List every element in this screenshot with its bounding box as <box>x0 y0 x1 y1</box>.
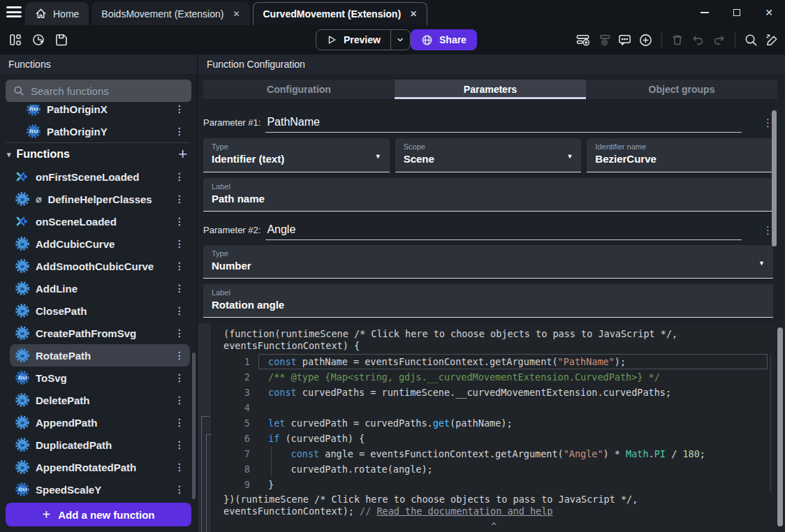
line-number: 1 <box>212 356 250 367</box>
search-functions-box[interactable] <box>6 80 191 102</box>
item-menu-icon[interactable]: ⋮ <box>172 439 187 450</box>
label-field[interactable]: Label Rotation angle <box>203 284 773 318</box>
item-menu-icon[interactable]: ⋮ <box>172 260 187 272</box>
code-line-3[interactable]: 3const curvedPaths = runtimeScene.__curv… <box>212 385 770 400</box>
tab-curvedmovement[interactable]: CurvedMovement (Extension) ✕ <box>253 2 428 25</box>
share-button[interactable]: Share <box>411 29 477 50</box>
sidebar-item-duplicatedpath[interactable]: »DuplicatedPath⋮ <box>10 434 190 456</box>
javascript-code-editor[interactable]: (function(runtimeScene /* Click here to … <box>212 323 775 532</box>
sidebar-item-createpathfromsvg[interactable]: »CreatePathFromSvg⋮ <box>10 322 190 344</box>
code-token: ; <box>700 448 705 459</box>
search-icon <box>13 85 24 96</box>
sidebar-item-deletepath[interactable]: »DeletePath⋮ <box>10 389 190 411</box>
sidebar-item-addsmoothcubiccurve[interactable]: »AddSmoothCubicCurve⋮ <box>10 255 190 277</box>
tab-object-groups[interactable]: Object groups <box>586 80 777 99</box>
toolbar-divider <box>661 32 662 47</box>
sidebar-scrollbar[interactable] <box>192 353 196 499</box>
tab-parameters[interactable]: Parameters <box>395 80 586 99</box>
code-line-8[interactable]: 8 curvedPath.rotate(angle); <box>212 461 770 477</box>
identifier-name-field[interactable]: Identifier name BezierCurve <box>587 138 773 172</box>
hamburger-menu-icon[interactable] <box>6 6 22 19</box>
undo-icon[interactable] <box>691 33 705 47</box>
type-select[interactable]: Type Number ▼ <box>203 245 773 279</box>
label-field[interactable]: Label Path name <box>203 178 773 212</box>
redo-icon[interactable] <box>712 33 726 47</box>
code-line-6[interactable]: 6if (curvedPath) { <box>212 431 770 446</box>
code-token: "PathName" <box>558 356 615 367</box>
code-line-9[interactable]: 9} <box>212 477 770 492</box>
sidebar-item-appendpath[interactable]: »AppendPath⋮ <box>10 411 190 434</box>
scope-select[interactable]: Scope Scene ▼ <box>395 138 582 172</box>
close-icon[interactable]: ✕ <box>233 9 240 19</box>
sidebar-item-appendrotatedpath[interactable]: »AppendRotatedPath⋮ <box>10 456 190 478</box>
tab-boidsmovement[interactable]: BoidsMovement (Extension) ✕ <box>91 2 249 25</box>
configuration-scrollbar[interactable] <box>772 110 777 246</box>
minimize-button[interactable] <box>689 0 721 25</box>
sidebar-item-tosvg[interactable]: f(x)ToSvg⋮ <box>10 367 190 389</box>
add-event-icon[interactable] <box>575 33 590 47</box>
item-menu-icon[interactable]: ⋮ <box>172 238 187 249</box>
comment-icon[interactable] <box>617 33 632 47</box>
item-menu-icon[interactable]: ⋮ <box>172 126 187 137</box>
search-icon[interactable] <box>744 33 758 47</box>
editor-scrollbar[interactable] <box>777 327 783 526</box>
sidebar-item-onfirstsceneloaded[interactable]: onFirstSceneLoaded⋮ <box>10 165 190 188</box>
close-window-button[interactable]: ✕ <box>753 0 785 25</box>
documentation-link[interactable]: Read the documentation and help <box>376 505 552 517</box>
item-menu-icon[interactable]: ⋮ <box>172 484 187 495</box>
item-menu-icon[interactable]: ⋮ <box>172 372 187 383</box>
item-menu-icon[interactable]: ⋮ <box>172 305 187 316</box>
field-value: Identifier (text) <box>212 153 381 165</box>
save-icon[interactable] <box>54 33 68 47</box>
functions-sidebar: Functions f(x)PathOriginX⋮f(x)PathOrigin… <box>0 54 198 532</box>
add-subevent-icon[interactable] <box>596 33 611 47</box>
tab-home[interactable]: Home <box>25 2 89 25</box>
sidebar-item-onsceneloaded[interactable]: onSceneLoaded⋮ <box>10 210 190 232</box>
field-value: BezierCurve <box>595 153 765 165</box>
item-menu-icon[interactable]: ⋮ <box>172 417 187 428</box>
collapse-caret-icon[interactable]: ▾ <box>7 150 11 159</box>
type-select[interactable]: Type Identifier (text) ▼ <box>203 138 390 172</box>
sidebar-item-pathoriginy[interactable]: f(x)PathOriginY⋮ <box>10 120 190 142</box>
history-icon[interactable] <box>31 33 45 47</box>
code-line-7[interactable]: 7 const angle = eventsFunctionContext.ge… <box>212 446 770 461</box>
preview-dropdown-button[interactable] <box>390 30 410 50</box>
preview-button[interactable]: Preview <box>316 29 411 50</box>
sidebar-item-speedscaley[interactable]: f(x)SpeedScaleY⋮ <box>10 478 190 500</box>
item-menu-icon[interactable]: ⋮ <box>172 171 187 182</box>
code-line-4[interactable]: 4 <box>212 400 770 415</box>
add-function-plus-icon[interactable]: + <box>178 147 187 162</box>
item-menu-icon[interactable]: ⋮ <box>172 394 187 406</box>
item-menu-icon[interactable]: ⋮ <box>172 105 187 114</box>
close-icon[interactable]: ✕ <box>410 9 417 19</box>
item-menu-icon[interactable]: ⋮ <box>172 193 187 205</box>
search-functions-input[interactable] <box>31 85 184 97</box>
magic-pen-icon[interactable] <box>765 33 779 47</box>
field-value: Scene <box>404 153 573 165</box>
trash-icon[interactable] <box>670 33 684 47</box>
sidebar-item-closepath[interactable]: »ClosePath⋮ <box>10 300 190 322</box>
add-new-function-button[interactable]: + Add a new function <box>6 503 191 526</box>
maximize-button[interactable] <box>721 0 753 25</box>
tab-configuration[interactable]: Configuration <box>203 80 395 99</box>
panels-icon[interactable] <box>8 33 22 47</box>
code-lines[interactable]: 1const pathName = eventsFunctionContext.… <box>212 354 771 492</box>
code-line-5[interactable]: 5let curvedPath = curvedPaths.get(pathNa… <box>212 415 770 431</box>
functions-section-header[interactable]: ▾Functions+ <box>0 143 197 165</box>
sidebar-item-rotatepath[interactable]: »RotatePath⋮ <box>10 344 190 367</box>
code-line-1[interactable]: 1const pathName = eventsFunctionContext.… <box>212 354 770 369</box>
dropdown-arrow-icon: ▼ <box>566 153 573 160</box>
sidebar-item-definehelperclasses[interactable]: »⌀DefineHelperClasses⋮ <box>10 188 190 210</box>
code-line-2[interactable]: 2/** @type {Map<string, gdjs.__curvedMov… <box>212 369 770 385</box>
item-menu-icon[interactable]: ⋮ <box>172 461 187 473</box>
sidebar-item-addcubiccurve[interactable]: »AddCubicCurve⋮ <box>10 232 190 255</box>
sidebar-item-addline[interactable]: »AddLine⋮ <box>10 277 190 300</box>
item-menu-icon[interactable]: ⋮ <box>172 327 187 339</box>
sidebar-item-pathoriginx[interactable]: f(x)PathOriginX⋮ <box>10 105 190 120</box>
item-menu-icon[interactable]: ⋮ <box>172 350 187 361</box>
parameter-name-input[interactable]: PathName <box>265 116 742 133</box>
item-menu-icon[interactable]: ⋮ <box>172 283 187 294</box>
parameter-name-input[interactable]: Angle <box>265 223 742 240</box>
item-menu-icon[interactable]: ⋮ <box>172 216 187 227</box>
add-circle-icon[interactable] <box>638 33 653 47</box>
